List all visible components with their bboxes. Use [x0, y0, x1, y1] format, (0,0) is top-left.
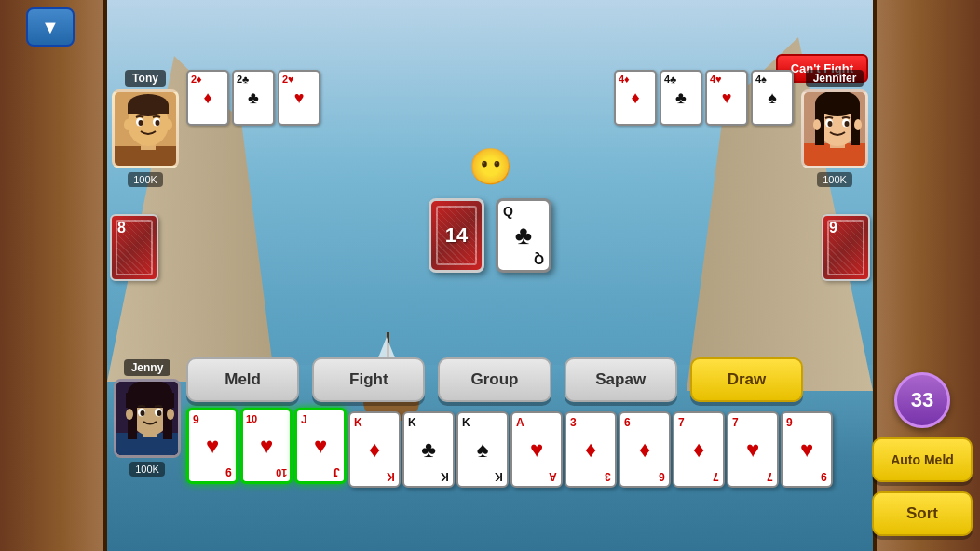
svg-point-35: [141, 410, 145, 416]
svg-point-38: [167, 409, 174, 420]
center-cards: 14 Q ♣ Q: [429, 198, 551, 273]
player-area-jenny: Jenny 100K: [114, 359, 181, 477]
svg-point-8: [139, 120, 143, 126]
sort-button[interactable]: Sort: [872, 491, 973, 536]
discard-pile[interactable]: Q ♣ Q: [496, 198, 551, 273]
svg-point-11: [165, 119, 172, 130]
group-button[interactable]: Group: [438, 357, 551, 402]
hand-card-2[interactable]: 10 ♥ 10: [240, 408, 293, 484]
svg-point-37: [126, 409, 133, 420]
sapaw-button[interactable]: Sapaw: [565, 357, 677, 402]
player-hand: 9 ♥ 9 10 ♥ 10 J ♥ J K ♦ K K ♣ K K ♠ K A …: [186, 411, 868, 488]
discard-suit: ♣: [515, 221, 532, 250]
discard-value: Q: [503, 204, 513, 219]
jennifer-avatar: [801, 89, 868, 168]
jennifer-coins: 100K: [817, 172, 852, 187]
thinking-emoji: 😶: [469, 146, 512, 187]
hand-card-7[interactable]: A ♥ A: [510, 411, 563, 488]
hand-card-11[interactable]: 7 ♥ 7: [727, 411, 779, 488]
hand-card-4[interactable]: K ♦ K: [348, 411, 401, 488]
hand-card-6[interactable]: K ♠ K: [456, 411, 509, 488]
svg-point-23: [813, 119, 821, 130]
hand-card-12[interactable]: 9 ♥ 9: [781, 411, 833, 488]
card-count: 33: [911, 388, 933, 412]
tony-name: Tony: [125, 70, 166, 87]
left-side-card: 8: [110, 214, 158, 281]
hand-card-10[interactable]: 7 ♦ 7: [673, 411, 725, 488]
hand-card-9[interactable]: 6 ♦ 6: [619, 411, 671, 488]
jennifer-card-4: 4♠ ♠: [751, 70, 794, 126]
right-panel: 33 Auto Meld Sort: [872, 372, 973, 536]
discard-value-bottom: Q: [534, 252, 544, 267]
dropdown-button[interactable]: [26, 7, 75, 47]
play-area: 😶 14 Q ♣ Q: [224, 65, 756, 354]
tony-avatar: [112, 89, 179, 168]
wood-panel-left: [0, 0, 107, 551]
hand-card-1[interactable]: 9 ♥ 9: [186, 408, 238, 484]
svg-rect-5: [128, 105, 169, 114]
jennifer-name: Jennifer: [806, 70, 864, 87]
action-buttons: Meld Fight Group Sapaw Draw: [186, 357, 803, 402]
right-side-card: 9: [822, 214, 870, 281]
meld-button[interactable]: Meld: [186, 357, 299, 402]
jenny-avatar: [114, 379, 181, 458]
jenny-name: Jenny: [124, 359, 171, 376]
card-count-circle: 33: [894, 372, 950, 428]
draw-button[interactable]: Draw: [690, 357, 803, 402]
hand-card-8[interactable]: 3 ♦ 3: [565, 411, 617, 488]
draw-pile-count: 14: [445, 223, 468, 248]
jenny-coins: 100K: [129, 462, 165, 477]
svg-point-21: [828, 121, 833, 127]
svg-point-24: [854, 119, 862, 130]
svg-point-22: [845, 121, 850, 127]
hand-card-3[interactable]: J ♥ J: [294, 408, 347, 484]
draw-pile[interactable]: 14: [429, 198, 484, 273]
svg-point-9: [156, 120, 160, 126]
hand-card-5[interactable]: K ♣ K: [402, 411, 455, 488]
auto-meld-button[interactable]: Auto Meld: [872, 437, 973, 482]
tony-coins: 100K: [128, 172, 163, 187]
fight-button[interactable]: Fight: [312, 357, 425, 402]
svg-point-10: [124, 119, 131, 130]
svg-point-36: [157, 410, 162, 416]
